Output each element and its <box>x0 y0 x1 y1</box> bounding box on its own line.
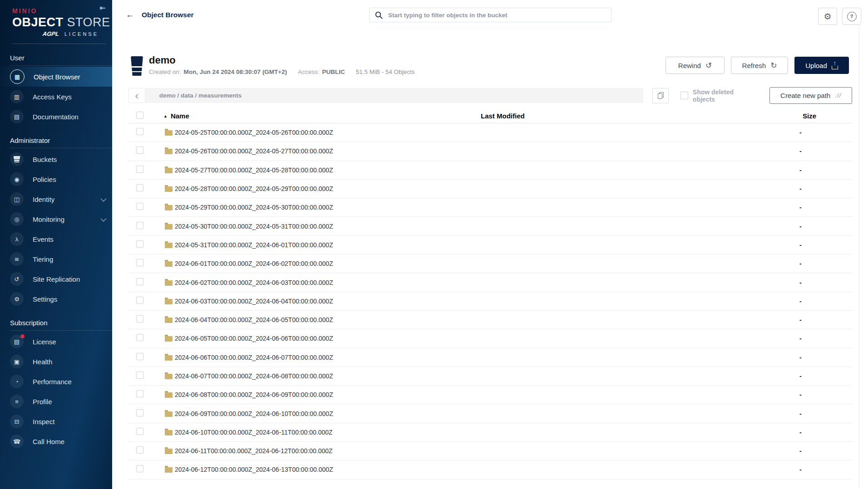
object-name[interactable]: 2024-05-31T00:00:00.000Z_2024-06-01T00:0… <box>175 241 333 249</box>
sidebar-item-label: Monitoring <box>33 215 64 223</box>
table-row[interactable]: 2024-06-07T00:00:00.000Z_2024-06-08T00:0… <box>128 367 852 386</box>
table-row[interactable]: 2024-05-30T00:00:00.000Z_2024-05-31T00:0… <box>128 217 852 235</box>
table-row[interactable]: 2024-05-26T00:00:00.000Z_2024-05-27T00:0… <box>128 142 852 161</box>
cell-size: - <box>799 410 852 417</box>
row-checkbox[interactable] <box>136 334 143 341</box>
table-row[interactable]: 2024-06-11T00:00:00.000Z_2024-06-12T00:0… <box>128 442 852 460</box>
object-name[interactable]: 2024-06-09T00:00:00.000Z_2024-06-10T00:0… <box>175 410 333 417</box>
show-deleted-checkbox[interactable] <box>681 92 688 99</box>
sidebar-item-call-home[interactable]: ☎Call Home <box>0 431 112 451</box>
row-checkbox[interactable] <box>136 353 143 360</box>
object-name[interactable]: 2024-05-28T00:00:00.000Z_2024-05-29T00:0… <box>175 185 333 192</box>
column-header-last-modified[interactable]: Last Modified <box>481 112 799 120</box>
object-name[interactable]: 2024-06-06T00:00:00.000Z_2024-06-07T00:0… <box>175 354 333 361</box>
divider <box>10 65 112 66</box>
object-name[interactable]: 2024-06-04T00:00:00.000Z_2024-06-05T00:0… <box>175 316 333 323</box>
row-checkbox[interactable] <box>136 166 143 173</box>
sidebar-item-health[interactable]: ▣Health <box>0 352 112 372</box>
cell-size: - <box>799 429 852 436</box>
back-arrow-icon[interactable]: ← <box>126 10 134 20</box>
object-name[interactable]: 2024-06-01T00:00:00.000Z_2024-06-02T00:0… <box>175 260 333 267</box>
object-name[interactable]: 2024-05-29T00:00:00.000Z_2024-05-30T00:0… <box>175 204 333 211</box>
row-checkbox[interactable] <box>136 372 143 379</box>
table-row[interactable]: 2024-06-06T00:00:00.000Z_2024-06-07T00:0… <box>128 348 852 367</box>
column-header-size[interactable]: Size <box>799 112 852 120</box>
row-checkbox[interactable] <box>136 465 143 472</box>
table-row[interactable]: 2024-06-10T00:00:00.000Z_2024-06-11T00:0… <box>128 423 852 442</box>
row-checkbox[interactable] <box>136 147 143 154</box>
search-input[interactable] <box>387 11 611 19</box>
row-checkbox[interactable] <box>136 240 143 248</box>
sidebar-item-profile[interactable]: ≡Profile <box>0 391 112 411</box>
select-all-checkbox[interactable] <box>136 112 143 119</box>
sidebar-item-monitoring[interactable]: ◎Monitoring <box>0 209 112 229</box>
sidebar-item-settings[interactable]: ⚙Settings <box>0 289 112 309</box>
object-name[interactable]: 2024-06-07T00:00:00.000Z_2024-06-08T00:0… <box>175 372 333 380</box>
table-row[interactable]: 2024-05-28T00:00:00.000Z_2024-05-29T00:0… <box>128 180 852 198</box>
table-row[interactable]: 2024-06-12T00:00:00.000Z_2024-06-13T00:0… <box>128 460 852 479</box>
sidebar-item-object-browser[interactable]: ▦Object Browser <box>0 67 112 87</box>
table-row[interactable]: 2024-05-27T00:00:00.000Z_2024-05-28T00:0… <box>128 161 852 180</box>
sidebar-item-events[interactable]: λEvents <box>0 229 112 249</box>
sidebar-item-license[interactable]: ▤License <box>0 332 112 352</box>
table-row[interactable]: 2024-05-25T00:00:00.000Z_2024-05-26T00:0… <box>128 123 852 142</box>
row-checkbox[interactable] <box>136 128 143 135</box>
table-row[interactable]: 2024-06-03T00:00:00.000Z_2024-06-04T00:0… <box>128 292 852 311</box>
table-row[interactable]: 2024-06-08T00:00:00.000Z_2024-06-09T00:0… <box>128 386 852 404</box>
object-name[interactable]: 2024-06-05T00:00:00.000Z_2024-06-06T00:0… <box>175 335 333 342</box>
object-name[interactable]: 2024-06-02T00:00:00.000Z_2024-06-03T00:0… <box>175 279 333 286</box>
column-header-name[interactable]: ▲ Name <box>156 112 481 120</box>
sidebar-item-buckets[interactable]: Buckets <box>0 149 112 169</box>
row-checkbox[interactable] <box>136 259 143 266</box>
sidebar-item-performance[interactable]: ◔Performance <box>0 372 112 391</box>
row-checkbox[interactable] <box>136 278 143 285</box>
row-checkbox[interactable] <box>136 428 143 435</box>
row-checkbox[interactable] <box>136 315 143 323</box>
collapse-sidebar-icon[interactable]: ⇤ <box>100 4 106 12</box>
refresh-icon: ↻ <box>770 61 777 70</box>
cell-select <box>128 372 156 381</box>
table-row[interactable]: 2024-06-05T00:00:00.000Z_2024-06-06T00:0… <box>128 329 852 348</box>
object-name[interactable]: 2024-05-27T00:00:00.000Z_2024-05-28T00:0… <box>175 166 333 174</box>
folder-icon <box>165 261 173 267</box>
table-row[interactable]: 2024-06-02T00:00:00.000Z_2024-06-03T00:0… <box>128 273 852 292</box>
table-row[interactable]: 2024-06-09T00:00:00.000Z_2024-06-10T00:0… <box>128 404 852 423</box>
sidebar-item-tiering[interactable]: ≋Tiering <box>0 249 112 269</box>
access-keys-icon: ▥ <box>10 90 24 103</box>
sidebar-item-identity[interactable]: ◫Identity <box>0 189 112 209</box>
row-checkbox[interactable] <box>136 297 143 304</box>
settings-button[interactable]: ⚙ <box>818 8 837 25</box>
table-row[interactable]: 2024-06-04T00:00:00.000Z_2024-06-05T00:0… <box>128 311 852 329</box>
help-button[interactable]: ? <box>842 8 861 25</box>
row-checkbox[interactable] <box>136 184 143 191</box>
row-checkbox[interactable] <box>136 390 143 397</box>
object-name[interactable]: 2024-06-10T00:00:00.000Z_2024-06-11T00:0… <box>175 429 333 436</box>
object-name[interactable]: 2024-06-08T00:00:00.000Z_2024-06-09T00:0… <box>175 391 333 398</box>
object-name[interactable]: 2024-05-26T00:00:00.000Z_2024-05-27T00:0… <box>175 147 333 155</box>
sidebar-item-site-replication[interactable]: ↺Site Replication <box>0 269 112 289</box>
row-checkbox[interactable] <box>136 222 143 229</box>
row-checkbox[interactable] <box>136 409 143 416</box>
object-name[interactable]: 2024-05-25T00:00:00.000Z_2024-05-26T00:0… <box>175 129 333 136</box>
copy-path-button[interactable] <box>652 88 669 103</box>
upload-button[interactable]: Upload <box>794 57 849 74</box>
row-checkbox[interactable] <box>136 446 143 454</box>
table-row[interactable]: 2024-05-31T00:00:00.000Z_2024-06-01T00:0… <box>128 236 852 254</box>
sidebar-item-policies[interactable]: ◉Policies <box>0 169 112 189</box>
table-row[interactable]: 2024-05-29T00:00:00.000Z_2024-05-30T00:0… <box>128 198 852 217</box>
row-checkbox[interactable] <box>136 203 143 210</box>
rewind-button[interactable]: Rewind ↺ <box>666 57 725 74</box>
breadcrumb-back-button[interactable]: ‹ <box>128 88 145 103</box>
refresh-button[interactable]: Refresh ↻ <box>731 57 788 74</box>
cell-size: - <box>799 223 852 230</box>
breadcrumb[interactable]: demo / data / measurements <box>145 88 643 103</box>
table-row[interactable]: 2024-06-01T00:00:00.000Z_2024-06-02T00:0… <box>128 254 852 273</box>
object-name[interactable]: 2024-06-03T00:00:00.000Z_2024-06-04T00:0… <box>175 298 333 305</box>
sidebar-item-inspect[interactable]: ⊟Inspect <box>0 411 112 431</box>
sidebar-item-documentation[interactable]: ▤Documentation <box>0 107 112 127</box>
object-name[interactable]: 2024-06-11T00:00:00.000Z_2024-06-12T00:0… <box>175 447 333 455</box>
create-new-path-button[interactable]: Create new path :// <box>769 87 852 104</box>
object-name[interactable]: 2024-06-12T00:00:00.000Z_2024-06-13T00:0… <box>175 466 333 473</box>
object-name[interactable]: 2024-05-30T00:00:00.000Z_2024-05-31T00:0… <box>175 223 333 230</box>
sidebar-item-access-keys[interactable]: ▥Access Keys <box>0 87 112 107</box>
